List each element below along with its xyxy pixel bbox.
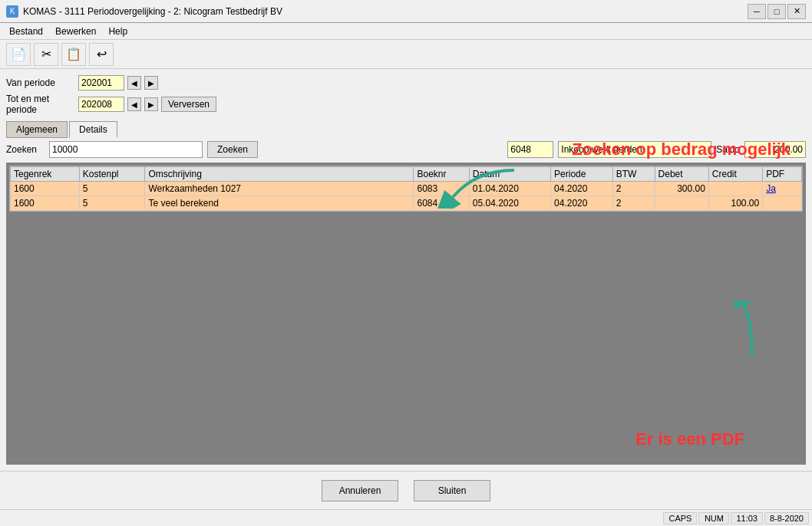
van-next-button[interactable]: ▶	[144, 76, 158, 90]
date-display: 8-8-2020	[764, 512, 809, 524]
table-row: 1600 5 Werkzaamheden 1027 6083 01.04.202…	[11, 182, 802, 196]
account-number-input[interactable]	[507, 141, 553, 158]
saldo-label: Saldo	[716, 144, 740, 155]
annotation-text-2: Er is een PDF	[635, 429, 744, 449]
table-area: Tegenrek Kostenpl Omschrijving Boeknr Da…	[6, 163, 806, 317]
col-pdf: PDF	[763, 167, 802, 182]
cell-tegenrek-1: 1600	[11, 182, 80, 196]
cell-omschrijving-1: Werkzaamheden 1027	[145, 182, 414, 196]
col-periode: Periode	[551, 167, 613, 182]
window-title: KOMAS - 3111 Periodovergelijking - 2: Ni…	[23, 6, 282, 17]
tot-prev-button[interactable]: ◀	[127, 97, 141, 111]
cell-datum-2: 05.04.2020	[469, 196, 550, 211]
menu-help[interactable]: Help	[102, 25, 134, 38]
cell-pdf-1: Ja	[763, 182, 802, 196]
num-indicator: NUM	[698, 512, 729, 524]
verversen-button[interactable]: Verversen	[161, 97, 216, 112]
col-credit: Credit	[708, 167, 762, 182]
cell-periode-2: 04.2020	[551, 196, 613, 211]
cell-periode-1: 04.2020	[551, 182, 613, 196]
grey-content-area: Er is een PDF	[6, 317, 806, 465]
van-periode-row: Van periode ◀ ▶	[6, 75, 806, 90]
tab-details[interactable]: Details	[69, 121, 117, 138]
toolbar: 📄 ✂ 📋 ↩	[0, 40, 812, 69]
van-periode-label: Van periode	[6, 77, 75, 88]
cell-debet-1: 300.00	[655, 182, 708, 196]
table-header-row: Tegenrek Kostenpl Omschrijving Boeknr Da…	[11, 167, 802, 182]
col-debet: Debet	[655, 167, 708, 182]
table-row: 1600 5 Te veel berekend 6084 05.04.2020 …	[11, 196, 802, 211]
close-button[interactable]: ✕	[787, 4, 806, 19]
tab-bar: Algemeen Details	[6, 121, 806, 138]
saldo-input[interactable]	[744, 141, 806, 158]
col-btw: BTW	[612, 167, 655, 182]
cell-omschrijving-2: Te veel berekend	[145, 196, 414, 211]
col-boeknr: Boeknr	[414, 167, 469, 182]
toolbar-cut[interactable]: ✂	[34, 43, 58, 66]
sluiten-button[interactable]: Sluiten	[414, 480, 490, 501]
cell-credit-1	[708, 182, 762, 196]
tot-periode-row: Tot en met periode ◀ ▶ Verversen	[6, 94, 806, 115]
col-tegenrek: Tegenrek	[11, 167, 80, 182]
app-icon: K	[6, 5, 18, 18]
cell-btw-2: 2	[612, 196, 655, 211]
search-input[interactable]	[49, 141, 203, 158]
cell-boeknr-2: 6084	[414, 196, 469, 211]
cell-kostenpl-2: 5	[79, 196, 145, 211]
window-content: Van periode ◀ ▶ Tot en met periode ◀ ▶ V…	[0, 69, 812, 471]
tot-next-button[interactable]: ▶	[144, 97, 158, 111]
van-periode-input[interactable]	[78, 75, 124, 90]
cell-debet-2	[655, 196, 708, 211]
data-table: Tegenrek Kostenpl Omschrijving Boeknr Da…	[10, 166, 802, 211]
col-datum: Datum	[469, 167, 550, 182]
cell-tegenrek-2: 1600	[11, 196, 80, 211]
tot-periode-label: Tot en met periode	[6, 94, 75, 115]
toolbar-paste[interactable]: 📋	[61, 43, 86, 66]
window-controls: ─ □ ✕	[748, 4, 806, 19]
time-display: 11:03	[731, 512, 763, 524]
search-row: Zoeken Zoeken Saldo	[6, 141, 806, 158]
annuleren-button[interactable]: Annuleren	[322, 480, 398, 501]
toolbar-new[interactable]: 📄	[6, 43, 31, 66]
tot-periode-input[interactable]	[78, 97, 124, 112]
table-wrapper: Tegenrek Kostenpl Omschrijving Boeknr Da…	[9, 166, 803, 212]
cell-credit-2: 100.00	[708, 196, 762, 211]
cell-datum-1: 01.04.2020	[469, 182, 550, 196]
status-bar: CAPS NUM 11:03 8-8-2020	[0, 509, 812, 526]
col-omschrijving: Omschrijving	[145, 167, 414, 182]
menu-bar: Bestand Bewerken Help	[0, 23, 812, 40]
tab-algemeen[interactable]: Algemeen	[6, 121, 68, 138]
minimize-button[interactable]: ─	[748, 4, 766, 19]
cell-kostenpl-1: 5	[79, 182, 145, 196]
title-bar: K KOMAS - 3111 Periodovergelijking - 2: …	[0, 0, 812, 23]
col-kostenpl: Kostenpl	[79, 167, 145, 182]
menu-bewerken[interactable]: Bewerken	[49, 25, 102, 38]
cell-boeknr-1: 6083	[414, 182, 469, 196]
search-label: Zoeken	[6, 144, 45, 155]
toolbar-refresh[interactable]: ↩	[89, 43, 114, 66]
cell-pdf-2	[763, 196, 802, 211]
caps-indicator: CAPS	[663, 512, 697, 524]
bottom-bar: Annuleren Sluiten	[0, 471, 812, 509]
menu-bestand[interactable]: Bestand	[3, 25, 49, 38]
van-prev-button[interactable]: ◀	[127, 76, 141, 90]
account-name-input[interactable]	[558, 141, 711, 158]
pdf-link-1[interactable]: Ja	[766, 183, 776, 194]
cell-btw-1: 2	[612, 182, 655, 196]
search-button[interactable]: Zoeken	[207, 141, 258, 158]
maximize-button[interactable]: □	[767, 4, 786, 19]
